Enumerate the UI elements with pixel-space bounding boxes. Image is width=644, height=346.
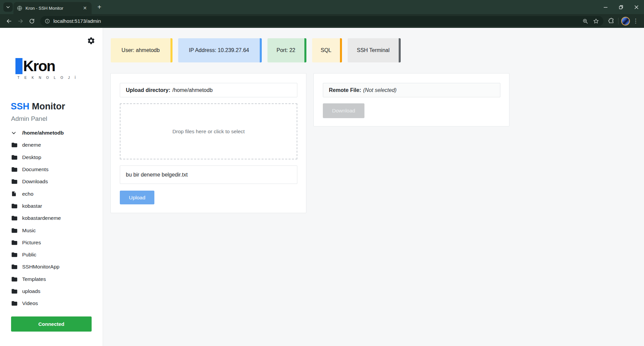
zoom-magnifier-icon [582,18,588,24]
reload-icon [29,18,35,24]
settings-button[interactable] [87,37,95,45]
remote-file-value: (Not selected) [363,87,397,93]
info-card-label: SSH Terminal [357,47,390,53]
minimize-button[interactable] [598,0,613,14]
browser-menu-button[interactable]: ⋮ [631,16,641,26]
profile-button[interactable] [621,16,631,26]
info-card-label: User: ahmetodb [121,47,160,53]
info-card-ip-address[interactable]: IP Address: 10.239.27.64 [178,38,262,62]
logo-subtitle: T E K N O L O J İ [17,76,78,80]
info-cards-row: User: ahmetodb IP Address: 10.239.27.64 … [111,38,401,62]
info-card-sql[interactable]: SQL [312,38,342,62]
sidebar-item-label: Desktop [22,154,41,160]
selected-filename-field: bu bir deneme belgedir.txt [120,165,297,184]
zoom-button[interactable] [582,18,588,24]
download-panel: Remote File: (Not selected) Download [313,73,509,127]
logo-blue-block [15,58,22,74]
gear-icon [87,37,95,45]
folder-icon [11,142,18,148]
bookmark-button[interactable] [593,18,599,24]
app-subtitle: Admin Panel [11,115,47,122]
sidebar-item-label: Templates [22,276,46,282]
folder-icon [11,215,18,221]
info-card-label: Port: 22 [277,47,295,53]
new-tab-button[interactable]: + [95,3,103,11]
sidebar-item-music[interactable]: Music [11,224,96,236]
upload-directory-label: Upload directory: [126,87,170,93]
minimize-icon [603,5,608,9]
sidebar-item-label: kobastar [22,203,42,209]
back-button[interactable] [3,15,15,27]
folder-icon [11,203,18,209]
close-icon [634,5,639,9]
upload-directory-field: Upload directory: /home/ahmetodb [120,83,297,97]
connection-status-badge[interactable]: Connected [11,316,92,332]
sidebar-item-desktop[interactable]: Desktop [11,151,96,163]
sidebar-item-label: uploads [22,288,40,294]
tree-root-label: /home/ahmetodb [22,130,64,136]
restore-button[interactable] [613,0,629,14]
folder-icon [11,263,18,270]
remote-file-field: Remote File: (Not selected) [323,83,500,97]
extensions-puzzle-icon [608,18,614,24]
tab-search-button[interactable] [3,2,13,12]
browser-tab[interactable]: Kron - SSH Monitor ✕ [13,2,92,14]
globe-favicon-icon [17,5,22,11]
folder-icon [11,166,18,173]
sidebar-item-deneme[interactable]: deneme [11,139,96,151]
info-card-user[interactable]: User: ahmetodb [111,38,172,62]
download-button[interactable]: Download [323,103,364,118]
sidebar-item-downloads[interactable]: Downloads [11,176,96,188]
sidebar-item-echo[interactable]: echo [11,188,96,200]
browser-tab-strip: Kron - SSH Monitor ✕ + [0,0,644,14]
sidebar: Kron T E K N O L O J İ SSH Monitor Admin… [0,28,103,346]
info-icon[interactable] [45,18,50,24]
sidebar-item-uploads[interactable]: uploads [11,285,96,297]
app-title: SSH Monitor [11,101,65,112]
sidebar-item-pictures[interactable]: Pictures [11,237,96,249]
tab-close-icon[interactable]: ✕ [82,5,88,11]
sidebar-item-sshmonitorapp[interactable]: SSHMonitorApp [11,261,96,273]
main-content: User: ahmetodb IP Address: 10.239.27.64 … [103,28,644,346]
forward-button[interactable] [15,15,26,27]
folder-icon [11,239,18,246]
tab-title: Kron - SSH Monitor [26,6,82,11]
upload-panel: Upload directory: /home/ahmetodb Drop fi… [110,73,306,213]
address-bar[interactable]: localhost:5173/admin [40,16,603,26]
app-title-accent: SSH [11,101,30,111]
sidebar-item-public[interactable]: Public [11,249,96,261]
folder-icon [11,154,18,161]
window-controls [598,0,644,14]
sidebar-item-label: Downloads [22,179,48,185]
star-icon [593,18,599,24]
file-dropzone[interactable]: Drop files here or click to select [120,103,297,159]
upload-directory-value: /home/ahmetodb [172,87,212,93]
info-card-label: IP Address: 10.239.27.64 [189,47,249,53]
forward-icon [17,18,24,24]
reload-button[interactable] [26,15,38,27]
app-title-rest: Monitor [32,101,65,111]
url-text[interactable]: localhost:5173/admin [53,18,101,24]
sidebar-item-templates[interactable]: Templates [11,273,96,285]
file-tree: /home/ahmetodb deneme Desktop Documents … [11,127,96,309]
upload-button[interactable]: Upload [120,191,154,204]
tree-root[interactable]: /home/ahmetodb [11,127,96,139]
close-window-button[interactable] [629,0,644,14]
folder-icon [11,251,18,258]
info-card-ssh-terminal[interactable]: SSH Terminal [348,38,401,62]
avatar [621,17,630,26]
sidebar-item-label: Music [22,228,36,234]
sidebar-item-label: kobastardeneme [22,215,61,221]
sidebar-item-videos[interactable]: Videos [11,297,96,309]
sidebar-item-kobastardeneme[interactable]: kobastardeneme [11,212,96,224]
sidebar-item-label: Videos [22,300,38,306]
sidebar-item-label: echo [22,191,34,197]
toolbar-separator [618,18,618,24]
info-card-port[interactable]: Port: 22 [267,38,306,62]
sidebar-item-documents[interactable]: Documents [11,163,96,176]
sidebar-item-kobastar[interactable]: kobastar [11,200,96,212]
chevron-down-icon [6,5,10,9]
chevron-down-icon [11,130,18,136]
extensions-button[interactable] [606,16,616,26]
sidebar-item-label: deneme [22,142,41,148]
